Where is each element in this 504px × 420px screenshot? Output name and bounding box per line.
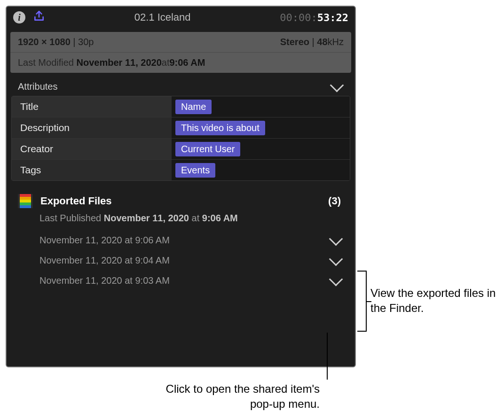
exported-item[interactable]: November 11, 2020 at 9:06 AM	[7, 230, 355, 250]
exported-files-section: Exported Files (3) Last Published Novemb…	[7, 189, 355, 291]
clip-title: 02.1 Iceland	[53, 11, 272, 23]
attributes-header[interactable]: Attributes	[7, 77, 355, 96]
attr-value-cell[interactable]: Name	[172, 96, 350, 117]
attributes-table: Title Name Description This video is abo…	[11, 96, 350, 181]
exported-title: Exported Files	[40, 195, 321, 207]
attr-row-title: Title Name	[12, 96, 350, 117]
attr-token[interactable]: Events	[175, 163, 215, 178]
callout-bottom: Click to open the shared item's pop-up m…	[160, 381, 320, 412]
chevron-down-icon	[330, 78, 344, 93]
last-modified-row: Last Modified November 11, 2020 at 9:06 …	[10, 53, 351, 73]
callout-bracket	[357, 271, 367, 332]
attr-label: Title	[12, 96, 172, 117]
attr-label: Description	[12, 117, 172, 138]
attr-value-cell[interactable]: This video is about	[172, 117, 350, 138]
attr-row-description: Description This video is about	[12, 117, 350, 138]
callout-pointer	[327, 333, 328, 380]
callout-right: View the exported files in the Finder.	[370, 286, 497, 316]
inspector-topbar: i 02.1 Iceland 00:00:53:22	[7, 7, 355, 28]
attr-token[interactable]: This video is about	[175, 121, 265, 135]
last-published-row: Last Published November 11, 2020 at 9:06…	[7, 211, 355, 230]
audio-format: Stereo | 48kHz	[280, 37, 344, 47]
attr-row-creator: Creator Current User	[12, 138, 350, 159]
exported-item-date: November 11, 2020 at 9:04 AM	[39, 255, 170, 266]
timecode-dim: 00:00:	[280, 12, 317, 23]
exported-count: (3)	[328, 195, 344, 207]
exported-files-header[interactable]: Exported Files (3)	[7, 192, 355, 211]
film-icon	[18, 194, 33, 208]
media-info-banner: 1920 × 1080 | 30p Stereo | 48kHz Last Mo…	[10, 32, 351, 73]
timecode: 00:00:53:22	[280, 12, 348, 23]
attr-token[interactable]: Name	[175, 100, 212, 114]
exported-item[interactable]: November 11, 2020 at 9:03 AM	[7, 271, 355, 291]
media-format-row: 1920 × 1080 | 30p Stereo | 48kHz	[10, 32, 351, 53]
attr-token[interactable]: Current User	[175, 142, 240, 156]
resolution: 1920 × 1080 | 30p	[18, 37, 94, 47]
attributes-label: Attributes	[18, 81, 57, 92]
exported-item[interactable]: November 11, 2020 at 9:04 AM	[7, 250, 355, 271]
inspector-panel: i 02.1 Iceland 00:00:53:22 1920 × 1080 |…	[6, 6, 356, 367]
timecode-bright: 53:22	[317, 12, 348, 23]
attr-label: Creator	[12, 139, 172, 159]
attr-label: Tags	[12, 160, 172, 180]
chevron-down-icon[interactable]	[329, 232, 343, 246]
chevron-down-icon[interactable]	[329, 252, 343, 266]
attr-row-tags: Tags Events	[12, 159, 350, 180]
info-icon[interactable]: i	[13, 11, 25, 23]
exported-item-date: November 11, 2020 at 9:06 AM	[39, 235, 170, 246]
chevron-down-icon[interactable]	[329, 272, 343, 287]
share-icon[interactable]	[33, 10, 45, 25]
attr-value-cell[interactable]: Events	[172, 160, 350, 180]
attr-value-cell[interactable]: Current User	[172, 139, 350, 159]
exported-item-date: November 11, 2020 at 9:03 AM	[39, 275, 170, 286]
